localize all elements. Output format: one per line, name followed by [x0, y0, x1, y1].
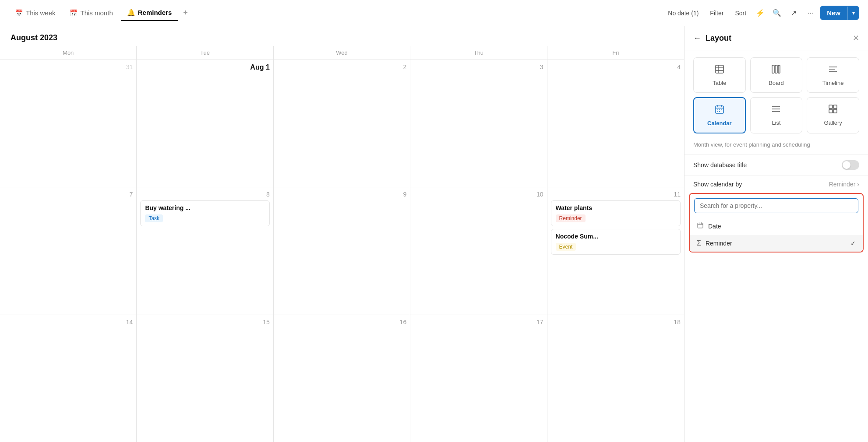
day-header-thu: Thu — [410, 46, 547, 60]
cell-date: 10 — [414, 191, 543, 198]
calendar-cell-31[interactable]: 31 — [0, 60, 137, 187]
show-db-title-row: Show database title — [685, 154, 868, 175]
svg-rect-23 — [833, 105, 837, 109]
arrow-button[interactable]: ↗ — [787, 6, 801, 20]
cell-date: 2 — [277, 63, 406, 70]
day-headers: Mon Tue Wed Thu Fri — [0, 46, 684, 60]
event-tag: Reminder — [556, 214, 586, 222]
event-title: Nocode Sum... — [556, 233, 676, 240]
tab-this-month[interactable]: 📅 This month — [64, 6, 119, 21]
calendar-cell-16[interactable]: 16 — [274, 315, 410, 442]
top-bar: 📅 This week 📅 This month 🔔 Reminders + N… — [0, 0, 868, 26]
panel-title: Layout — [706, 34, 731, 43]
calendar-cell-10[interactable]: 10 — [410, 187, 547, 314]
cell-date: Aug 1 — [140, 63, 269, 71]
new-button-label[interactable]: New — [820, 6, 847, 20]
cell-date: 17 — [414, 319, 543, 326]
calendar-cell-7[interactable]: 7 — [0, 187, 137, 314]
calendar-cell-17[interactable]: 17 — [410, 315, 547, 442]
table-icon — [714, 64, 725, 77]
tab-this-week[interactable]: 📅 This week — [9, 6, 62, 21]
calendar-row-1: 31 Aug 1 2 3 4 — [0, 60, 684, 187]
show-db-title-toggle[interactable] — [842, 160, 859, 170]
event-title: Buy watering ... — [145, 204, 265, 211]
dropdown-item-date[interactable]: Date — [690, 217, 863, 235]
flash-button[interactable]: ⚡ — [753, 6, 767, 20]
panel-close-button[interactable]: ✕ — [853, 33, 859, 43]
event-card-buy-watering[interactable]: Buy watering ... Task — [140, 200, 269, 226]
show-calendar-by-row[interactable]: Show calendar by Reminder › — [685, 175, 868, 193]
no-date-button[interactable]: No date (1) — [663, 7, 703, 19]
show-calendar-by-label: Show calendar by — [693, 181, 742, 188]
toggle-knob — [843, 161, 850, 169]
calendar-row-3: 14 15 16 17 18 — [0, 315, 684, 442]
calendar-cell-15[interactable]: 15 — [137, 315, 273, 442]
panel-header-left: ← Layout — [693, 34, 731, 43]
calendar-cell-14[interactable]: 14 — [0, 315, 137, 442]
layout-option-table[interactable]: Table — [693, 57, 746, 93]
cell-date: 15 — [140, 319, 269, 326]
show-calendar-by-value[interactable]: Reminder › — [829, 181, 859, 188]
layout-option-board[interactable]: Board — [750, 57, 803, 93]
calendar-cell-18[interactable]: 18 — [547, 315, 684, 442]
day-header-mon: Mon — [0, 46, 137, 60]
timeline-icon — [828, 64, 838, 77]
calendar-cell-3[interactable]: 3 — [410, 60, 547, 187]
calendar-cell-2[interactable]: 2 — [274, 60, 410, 187]
flash-icon: ⚡ — [756, 9, 765, 17]
layout-option-gallery[interactable]: Gallery — [807, 97, 859, 133]
calendar-cell-9[interactable]: 9 — [274, 187, 410, 314]
cell-date: 3 — [414, 63, 543, 70]
add-tab-button[interactable]: + — [180, 7, 191, 19]
new-button[interactable]: New ▾ — [820, 6, 859, 20]
calendar-cell-4[interactable]: 4 — [547, 60, 684, 187]
list-label: List — [772, 119, 780, 126]
search-button[interactable]: 🔍 — [770, 6, 784, 20]
property-search-input[interactable] — [694, 198, 858, 213]
date-icon — [697, 222, 704, 231]
svg-rect-6 — [778, 65, 780, 73]
arrow-icon: ↗ — [791, 9, 797, 17]
gallery-icon — [828, 104, 838, 117]
panel-back-button[interactable]: ← — [693, 34, 701, 43]
filter-button[interactable]: Filter — [706, 7, 728, 19]
svg-rect-25 — [833, 109, 837, 113]
calendar-cell-11[interactable]: 11 Water plants Reminder Nocode Sum... E… — [547, 187, 684, 314]
show-db-title-label: Show database title — [693, 161, 747, 168]
layout-option-list[interactable]: List — [750, 97, 803, 133]
calendar-row-2: 7 8 Buy watering ... Task 9 10 — [0, 187, 684, 315]
calendar-cell-8[interactable]: 8 Buy watering ... Task — [137, 187, 273, 314]
day-header-wed: Wed — [274, 46, 410, 60]
dropdown-item-reminder[interactable]: Σ Reminder ✓ — [690, 235, 863, 252]
layout-option-calendar[interactable]: Calendar — [693, 97, 746, 133]
sort-button[interactable]: Sort — [730, 7, 751, 19]
layout-option-timeline[interactable]: Timeline — [807, 57, 859, 93]
sort-label: Sort — [735, 10, 746, 17]
more-button[interactable]: ··· — [803, 6, 817, 20]
check-icon: ✓ — [850, 240, 856, 247]
tab-reminders[interactable]: 🔔 Reminders — [121, 5, 178, 21]
sigma-icon: Σ — [697, 239, 701, 247]
show-calendar-dropdown: Date Σ Reminder ✓ — [689, 193, 864, 253]
calendar-area: August 2023 Mon Tue Wed Thu Fri 31 Aug 1 — [0, 26, 868, 442]
toolbar-right: No date (1) Filter Sort ⚡ 🔍 ↗ ··· New ▾ — [663, 6, 859, 20]
dropdown-item-reminder-left: Σ Reminder — [697, 239, 732, 247]
new-button-arrow[interactable]: ▾ — [847, 7, 859, 20]
calendar-rows: 31 Aug 1 2 3 4 — [0, 60, 684, 442]
no-date-label: No date (1) — [668, 10, 699, 17]
chevron-right-icon: › — [857, 181, 859, 188]
board-label: Board — [769, 80, 784, 86]
calendar-main: August 2023 Mon Tue Wed Thu Fri 31 Aug 1 — [0, 26, 684, 442]
cell-date: 4 — [551, 63, 681, 70]
event-card-water-plants[interactable]: Water plants Reminder — [551, 200, 681, 226]
list-icon — [771, 104, 781, 117]
cell-date: 9 — [277, 191, 406, 198]
this-month-icon: 📅 — [70, 9, 78, 17]
calendar-grid: Mon Tue Wed Thu Fri 31 Aug 1 2 — [0, 46, 684, 442]
cell-date: 31 — [4, 63, 133, 70]
calendar-icon — [714, 104, 725, 117]
calendar-cell-aug1[interactable]: Aug 1 — [137, 60, 273, 187]
filter-label: Filter — [710, 10, 723, 17]
calendar-header: August 2023 — [0, 26, 684, 46]
event-card-nocode-sum[interactable]: Nocode Sum... Event — [551, 229, 681, 255]
